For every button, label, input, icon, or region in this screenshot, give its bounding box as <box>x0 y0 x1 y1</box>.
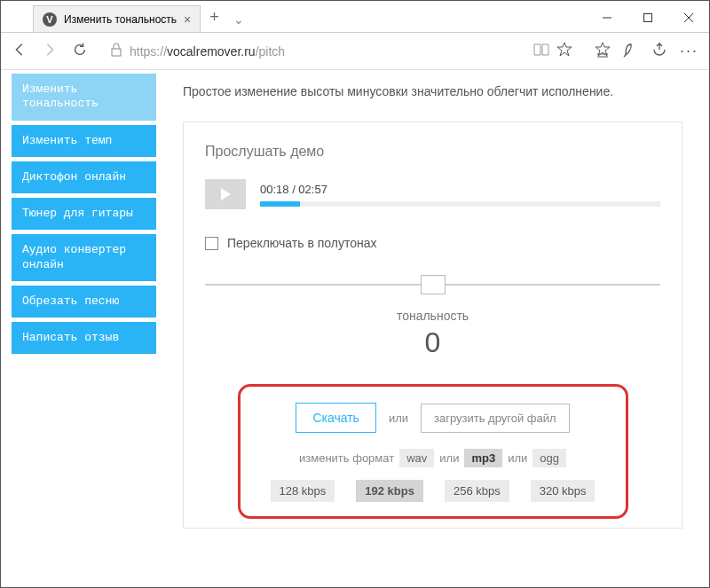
sidebar-item[interactable]: Диктофон онлайн <box>12 161 156 193</box>
bitrate-option[interactable]: 320 kbps <box>531 480 596 502</box>
sidebar: Изменить тональностьИзменить темпДиктофо… <box>1 70 156 587</box>
refresh-button[interactable] <box>72 42 88 60</box>
sidebar-item[interactable]: Изменить темп <box>12 125 156 157</box>
reading-view-icon[interactable] <box>533 43 549 59</box>
menu-icon[interactable]: ··· <box>680 42 698 60</box>
bitrate-option[interactable]: 256 kbps <box>445 480 509 502</box>
or-text: или <box>439 451 459 465</box>
play-button[interactable] <box>205 179 246 209</box>
slider-value: 0 <box>205 326 660 359</box>
close-window-button[interactable] <box>668 4 709 32</box>
browser-tab[interactable]: V Изменить тональность × <box>33 5 201 32</box>
slider-label: тональность <box>205 309 660 323</box>
tab-title: Изменить тональность <box>64 13 177 26</box>
bitrate-option[interactable]: 128 kbps <box>271 480 335 502</box>
pitch-slider[interactable] <box>205 268 660 303</box>
or-text: или <box>508 451 527 465</box>
main-area: Простое изменение высоты минусовки значи… <box>156 70 709 587</box>
format-option-ogg[interactable]: ogg <box>532 449 566 467</box>
lock-icon <box>110 43 122 59</box>
semitone-checkbox[interactable] <box>205 237 218 250</box>
minimize-button[interactable] <box>587 4 627 32</box>
download-button[interactable]: Скачать <box>296 403 376 433</box>
new-tab-button[interactable]: + <box>201 8 228 32</box>
tab-actions-icon[interactable]: ⌄ <box>228 12 253 32</box>
url-text: https://vocalremover.ru/pitch <box>130 44 526 59</box>
format-row: изменить форматwavилиmp3илиogg <box>264 449 603 467</box>
favorite-star-icon[interactable] <box>556 42 572 60</box>
favorites-icon[interactable] <box>595 42 611 60</box>
format-label: изменить формат <box>299 451 394 465</box>
bitrate-row: 128 kbps192 kbps256 kbps320 kbps <box>264 480 603 502</box>
sidebar-item[interactable]: Аудио конвертер онлайн <box>12 234 156 281</box>
panel-title: Прослушать демо <box>205 144 660 160</box>
sidebar-item[interactable]: Обрезать песню <box>12 286 156 318</box>
bitrate-option[interactable]: 192 kbps <box>356 480 423 502</box>
playback-time: 00:18 / 02:57 <box>260 183 660 196</box>
share-icon[interactable] <box>651 42 667 60</box>
title-bar: V Изменить тональность × + ⌄ <box>1 1 709 33</box>
download-block: Скачать или загрузить другой файл измени… <box>238 384 628 519</box>
notes-icon[interactable] <box>623 42 639 60</box>
demo-panel: Прослушать демо 00:18 / 02:57 Переключат… <box>183 122 682 529</box>
or-text: или <box>389 412 408 425</box>
format-option-wav[interactable]: wav <box>399 449 434 467</box>
slider-thumb[interactable] <box>421 275 446 294</box>
semitone-label: Переключать в полутонах <box>227 236 377 250</box>
close-tab-button[interactable]: × <box>184 12 191 27</box>
progress-fill <box>260 201 300 207</box>
svg-rect-8 <box>112 49 121 56</box>
progress-bar[interactable] <box>260 201 660 207</box>
play-icon <box>219 188 232 200</box>
sidebar-item[interactable]: Тюнер для гитары <box>12 198 156 230</box>
audio-player: 00:18 / 02:57 <box>205 179 660 209</box>
format-option-mp3[interactable]: mp3 <box>464 449 502 467</box>
address-bar: https://vocalremover.ru/pitch ··· <box>1 33 709 70</box>
intro-text: Простое изменение высоты минусовки значи… <box>183 84 682 98</box>
back-button[interactable] <box>12 42 28 60</box>
maximize-button[interactable] <box>627 4 668 32</box>
svg-rect-5 <box>644 14 652 22</box>
upload-another-button[interactable]: загрузить другой файл <box>421 404 570 433</box>
page-content: Изменить тональностьИзменить темпДиктофо… <box>1 70 709 587</box>
window-controls <box>587 4 709 32</box>
favicon-icon: V <box>43 12 57 27</box>
sidebar-item[interactable]: Написать отзыв <box>12 322 156 354</box>
forward-button[interactable] <box>42 42 58 60</box>
url-input[interactable]: https://vocalremover.ru/pitch <box>102 37 580 65</box>
sidebar-item[interactable]: Изменить тональность <box>12 74 156 121</box>
